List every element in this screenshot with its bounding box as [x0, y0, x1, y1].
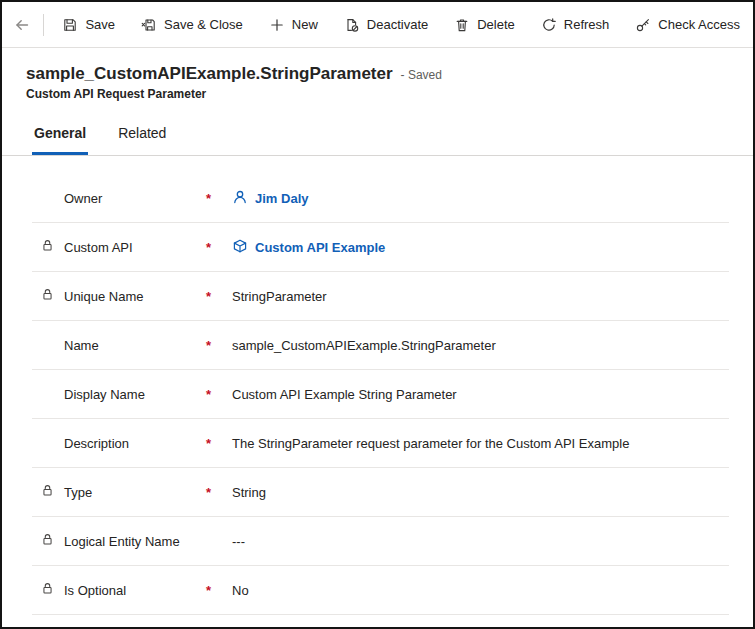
- check-access-label: Check Access: [658, 17, 740, 32]
- field-label: Logical Entity Name: [64, 534, 206, 549]
- display-name-value[interactable]: Custom API Example String Parameter: [232, 387, 457, 402]
- logical-entity-name-value: ---: [232, 534, 245, 549]
- field-label: Unique Name: [64, 289, 206, 304]
- unique-name-value: StringParameter: [232, 289, 327, 304]
- lock-slot: [40, 287, 64, 306]
- check-access-button[interactable]: Check Access: [622, 2, 753, 47]
- required-marker: *: [206, 191, 232, 206]
- owner-link[interactable]: Jim Daly: [255, 191, 308, 206]
- lock-icon: [40, 287, 55, 306]
- field-label: Type: [64, 485, 206, 500]
- is-optional-value: No: [232, 583, 249, 598]
- title-line: sample_CustomAPIExample.StringParameter …: [26, 64, 729, 84]
- save-label: Save: [85, 17, 115, 32]
- back-button[interactable]: [8, 8, 37, 42]
- tab-related-label: Related: [118, 125, 166, 141]
- tab-bar: General Related: [2, 117, 753, 156]
- lock-icon: [40, 238, 55, 257]
- field-label: Is Optional: [64, 583, 206, 598]
- description-value[interactable]: The StringParameter request parameter fo…: [232, 436, 629, 451]
- field-row-name: Name * sample_CustomAPIExample.StringPar…: [32, 321, 729, 370]
- field-row-description: Description * The StringParameter reques…: [32, 419, 729, 468]
- field-row-custom-api: Custom API * Custom API Example: [32, 223, 729, 272]
- lock-icon: [40, 532, 55, 551]
- lock-slot: [40, 238, 64, 257]
- back-arrow-icon: [14, 17, 30, 33]
- delete-icon: [454, 17, 470, 33]
- field-row-display-name: Display Name * Custom API Example String…: [32, 370, 729, 419]
- person-icon: [232, 189, 248, 208]
- field-row-is-optional: Is Optional * No: [32, 566, 729, 615]
- new-button[interactable]: New: [256, 2, 331, 47]
- deactivate-button[interactable]: Deactivate: [331, 2, 441, 47]
- field-row-unique-name: Unique Name * StringParameter: [32, 272, 729, 321]
- tab-general[interactable]: General: [32, 117, 88, 155]
- new-label: New: [292, 17, 318, 32]
- toolbar-divider: [43, 14, 44, 36]
- field-label: Custom API: [64, 240, 206, 255]
- tab-related[interactable]: Related: [116, 117, 168, 155]
- type-value: String: [232, 485, 266, 500]
- required-marker: *: [206, 387, 232, 402]
- deactivate-icon: [344, 17, 360, 33]
- save-and-close-button[interactable]: Save & Close: [128, 2, 256, 47]
- required-marker: *: [206, 485, 232, 500]
- tab-general-label: General: [34, 125, 86, 141]
- required-marker: *: [206, 240, 232, 255]
- plus-icon: [269, 17, 285, 33]
- field-label: Description: [64, 436, 206, 451]
- refresh-icon: [541, 17, 557, 33]
- command-bar: Save Save & Close New Deactivate Delete: [2, 2, 753, 48]
- required-marker: *: [206, 338, 232, 353]
- required-marker: *: [206, 436, 232, 451]
- save-button[interactable]: Save: [49, 2, 128, 47]
- form-general: Owner * Jim Daly Custom API *: [32, 174, 729, 615]
- deactivate-label: Deactivate: [367, 17, 428, 32]
- field-label: Display Name: [64, 387, 206, 402]
- app-window: Save Save & Close New Deactivate Delete: [0, 0, 755, 629]
- lock-icon: [40, 581, 55, 600]
- save-status-badge: - Saved: [401, 68, 442, 82]
- field-label: Owner: [64, 191, 206, 206]
- refresh-label: Refresh: [564, 17, 610, 32]
- record-type-subtitle: Custom API Request Parameter: [26, 87, 729, 101]
- field-row-logical-entity-name: Logical Entity Name ---: [32, 517, 729, 566]
- delete-label: Delete: [477, 17, 515, 32]
- save-icon: [62, 17, 78, 33]
- page-title: sample_CustomAPIExample.StringParameter: [26, 64, 393, 84]
- required-marker: *: [206, 289, 232, 304]
- lock-slot: [40, 532, 64, 551]
- save-and-close-label: Save & Close: [164, 17, 243, 32]
- custom-api-value: Custom API Example: [232, 238, 385, 257]
- refresh-button[interactable]: Refresh: [528, 2, 623, 47]
- field-row-owner: Owner * Jim Daly: [32, 174, 729, 223]
- delete-button[interactable]: Delete: [441, 2, 528, 47]
- name-value[interactable]: sample_CustomAPIExample.StringParameter: [232, 338, 496, 353]
- lock-slot: [40, 483, 64, 502]
- check-access-icon: [635, 17, 651, 33]
- custom-api-icon: [232, 238, 248, 257]
- save-close-icon: [141, 17, 157, 33]
- lock-icon: [40, 483, 55, 502]
- custom-api-link[interactable]: Custom API Example: [255, 240, 385, 255]
- required-marker: *: [206, 583, 232, 598]
- field-row-type: Type * String: [32, 468, 729, 517]
- field-label: Name: [64, 338, 206, 353]
- owner-value: Jim Daly: [232, 189, 308, 208]
- record-header: sample_CustomAPIExample.StringParameter …: [2, 48, 753, 101]
- lock-slot: [40, 581, 64, 600]
